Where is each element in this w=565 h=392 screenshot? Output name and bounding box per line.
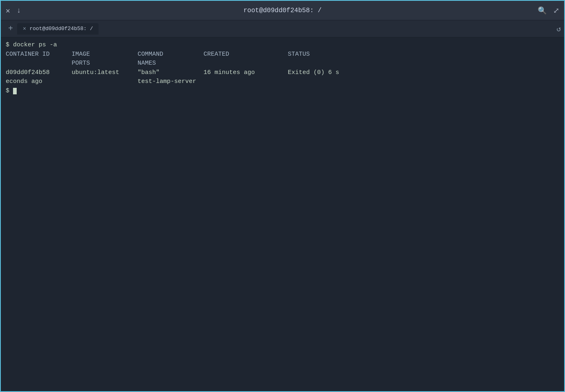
history-icon[interactable]: ↺ — [556, 24, 561, 33]
tab-title: root@d09dd0f24b58: / — [29, 26, 93, 32]
tab-close-icon[interactable]: × — [23, 26, 26, 32]
cursor — [13, 88, 17, 94]
new-tab-button[interactable]: + — [4, 22, 17, 35]
prompt-symbol: $ — [6, 87, 13, 94]
close-icon[interactable]: ✕ — [6, 6, 10, 15]
titlebar-left-controls: ✕ ↓ — [6, 6, 21, 15]
terminal-line-header1: CONTAINER ID IMAGE COMMAND CREATED STATU… — [6, 50, 559, 59]
active-tab[interactable]: × root@d09dd0f24b58: / — [17, 23, 99, 35]
download-icon[interactable]: ↓ — [17, 7, 21, 15]
titlebar: ✕ ↓ root@d09dd0f24b58: / 🔍 ⤢ — [1, 1, 564, 20]
fullscreen-icon[interactable]: ⤢ — [553, 6, 559, 15]
titlebar-right-controls: 🔍 ⤢ — [538, 6, 559, 15]
tabbar: + × root@d09dd0f24b58: / ↺ — [1, 20, 564, 37]
terminal-body[interactable]: $ docker ps -a CONTAINER ID IMAGE COMMAN… — [1, 37, 564, 391]
terminal-line-data2: econds ago test-lamp-server — [6, 77, 559, 87]
terminal-line-header2: PORTS NAMES — [6, 59, 559, 68]
terminal-line-command: $ docker ps -a — [6, 41, 559, 50]
terminal-line-prompt: $ — [6, 87, 559, 96]
window-title: root@d09dd0f24b58: / — [243, 7, 322, 14]
search-icon[interactable]: 🔍 — [538, 6, 547, 15]
terminal-line-data1: d09dd0f24b58 ubuntu:latest "bash" 16 min… — [6, 68, 559, 78]
terminal-window: ✕ ↓ root@d09dd0f24b58: / 🔍 ⤢ + × root@d0… — [0, 0, 565, 392]
